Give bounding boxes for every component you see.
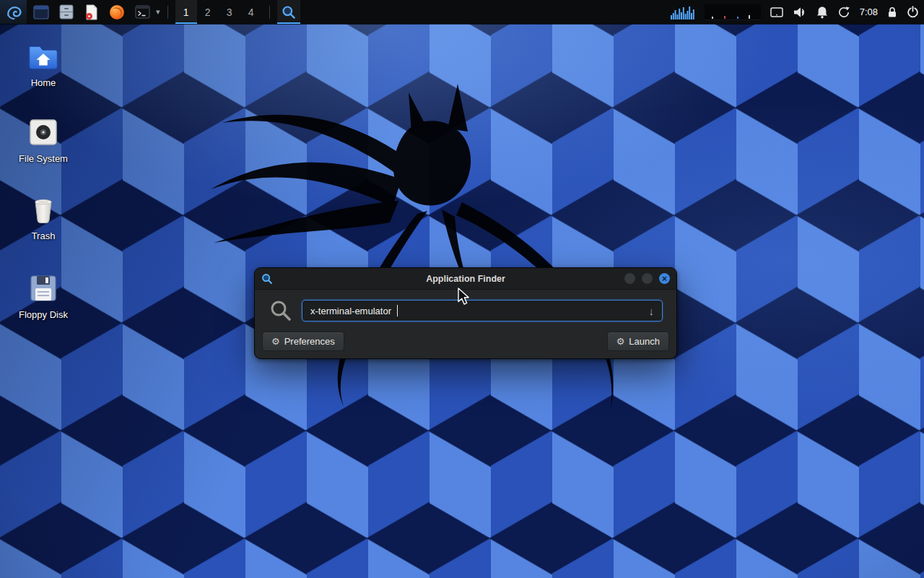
file-cabinet-icon	[58, 4, 74, 20]
volume-icon[interactable]	[793, 7, 807, 18]
launcher-firefox[interactable]	[108, 3, 126, 22]
workspace-3[interactable]: 3	[219, 0, 240, 24]
updates-icon[interactable]	[837, 6, 850, 19]
power-icon[interactable]	[907, 6, 919, 18]
close-icon: ×	[662, 275, 667, 283]
hard-drive-icon	[27, 116, 59, 148]
launcher-file-manager[interactable]	[57, 3, 76, 22]
desktop-icon-floppy-disk[interactable]: Floppy Disk	[9, 272, 78, 320]
workspace-1[interactable]: 1	[175, 0, 197, 24]
terminal-icon	[135, 5, 150, 19]
desktop-icon-label: Trash	[32, 230, 56, 241]
cpu-graph-icon[interactable]	[671, 4, 695, 20]
applications-menu-button[interactable]	[0, 0, 27, 24]
terminal-dropdown-chevron-icon[interactable]: ▾	[156, 7, 160, 17]
application-finder-window-icon	[261, 273, 273, 285]
taskbar-application-finder[interactable]	[277, 0, 300, 24]
lock-icon[interactable]	[887, 6, 897, 18]
window-app-icon	[33, 5, 49, 20]
document-icon	[84, 4, 99, 20]
window-title: Application Finder	[255, 274, 676, 284]
network-graph-icon[interactable]	[705, 4, 761, 20]
window-controls: ×	[624, 273, 670, 284]
display-icon[interactable]	[770, 7, 783, 17]
desktop-icon-trash[interactable]: Trash	[9, 195, 78, 241]
home-folder-icon	[27, 39, 60, 72]
desktop-icon-label: Home	[31, 77, 56, 88]
trash-icon	[28, 195, 58, 225]
run-gear-icon: ⚙	[616, 337, 625, 346]
top-panel: ▾ 1 2 3 4	[0, 0, 924, 24]
desktop-icon-home[interactable]: Home	[9, 39, 78, 88]
preferences-button[interactable]: ⚙ Preferences	[262, 332, 344, 351]
application-finder-task-icon	[282, 5, 296, 20]
launch-label: Launch	[629, 336, 660, 347]
dropdown-arrow-icon[interactable]: ↓	[649, 305, 655, 317]
panel-separator	[269, 6, 270, 19]
launcher-terminal[interactable]	[133, 3, 152, 22]
window-body: x-terminal-emulator ↓ ⚙ Preferences ⚙ La…	[255, 290, 676, 358]
notifications-bell-icon[interactable]	[816, 6, 828, 19]
workspace-4[interactable]: 4	[240, 0, 262, 24]
desktop-icon-label: Floppy Disk	[19, 309, 68, 320]
kali-logo-icon	[5, 4, 22, 21]
desktop-icon-label: File System	[19, 153, 68, 164]
quick-launchers: ▾	[32, 0, 160, 24]
launch-button[interactable]: ⚙ Launch	[607, 332, 669, 351]
desktop-root: Home File System Trash Floppy	[0, 0, 924, 578]
search-icon	[269, 299, 292, 322]
text-caret	[397, 305, 398, 316]
workspace-switcher: 1 2 3 4	[175, 0, 262, 24]
preferences-label: Preferences	[284, 336, 335, 347]
application-finder-window: Application Finder × x-terminal-emulator…	[254, 267, 677, 359]
close-button[interactable]: ×	[659, 273, 670, 284]
search-input[interactable]: x-terminal-emulator ↓	[302, 300, 663, 322]
launcher-window[interactable]	[32, 3, 51, 22]
workspace-2[interactable]: 2	[197, 0, 219, 24]
desktop-icon-file-system[interactable]: File System	[9, 116, 78, 164]
launcher-text-editor[interactable]	[82, 3, 101, 22]
panel-separator	[167, 6, 168, 19]
firefox-icon	[109, 4, 125, 20]
system-tray: 7:08	[671, 0, 924, 24]
maximize-button[interactable]	[642, 273, 653, 284]
titlebar[interactable]: Application Finder ×	[255, 268, 676, 290]
search-input-value: x-terminal-emulator	[310, 306, 391, 316]
clock[interactable]: 7:08	[860, 7, 878, 17]
floppy-disk-icon	[27, 272, 59, 304]
gear-icon: ⚙	[271, 337, 280, 346]
minimize-button[interactable]	[624, 273, 635, 284]
